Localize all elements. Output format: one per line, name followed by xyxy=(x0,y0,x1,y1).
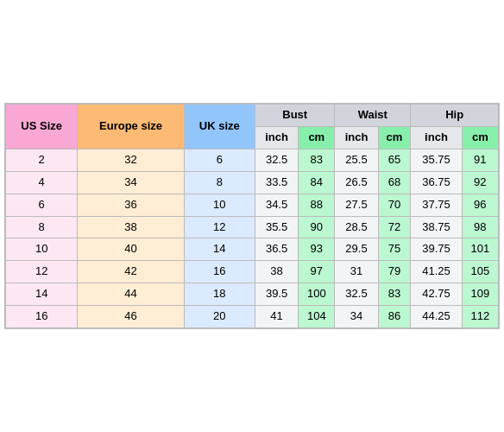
table-cell: 83 xyxy=(299,149,335,171)
table-cell: 6 xyxy=(184,149,255,171)
hip-cm-header: cm xyxy=(462,126,498,149)
table-cell: 2 xyxy=(6,149,78,171)
waist-cm-header: cm xyxy=(378,126,411,149)
table-cell: 40 xyxy=(78,238,184,261)
table-cell: 105 xyxy=(462,261,498,283)
table-cell: 29.5 xyxy=(335,238,378,261)
table-row: 14441839.510032.58342.75109 xyxy=(6,283,499,306)
table-cell: 8 xyxy=(6,216,78,238)
table-cell: 88 xyxy=(299,194,335,216)
table-cell: 4 xyxy=(6,171,78,194)
table-cell: 104 xyxy=(299,306,335,328)
table-cell: 36.75 xyxy=(411,171,462,194)
table-cell: 16 xyxy=(184,261,255,283)
table-body: 232632.58325.56535.7591434833.58426.5683… xyxy=(6,149,499,327)
table-cell: 27.5 xyxy=(335,194,378,216)
table-row: 16462041104348644.25112 xyxy=(6,306,499,328)
table-cell: 34 xyxy=(335,306,378,328)
table-cell: 46 xyxy=(78,306,184,328)
header-eu: Europe size xyxy=(78,105,184,149)
table-cell: 14 xyxy=(6,283,78,306)
header-us: US Size xyxy=(6,105,78,149)
table-cell: 26.5 xyxy=(335,171,378,194)
table-cell: 38.75 xyxy=(411,216,462,238)
table-cell: 36 xyxy=(78,194,184,216)
header-row-1: US Size Europe size UK size Bust Waist H… xyxy=(6,105,499,127)
table-cell: 36.5 xyxy=(255,238,298,261)
size-chart-wrapper: US Size Europe size UK size Bust Waist H… xyxy=(4,103,500,329)
table-cell: 10 xyxy=(6,238,78,261)
table-cell: 83 xyxy=(378,283,411,306)
table-cell: 35.5 xyxy=(255,216,298,238)
table-cell: 16 xyxy=(6,306,78,328)
table-cell: 10 xyxy=(184,194,255,216)
table-row: 232632.58325.56535.7591 xyxy=(6,149,499,171)
table-row: 10401436.59329.57539.75101 xyxy=(6,238,499,261)
table-cell: 12 xyxy=(184,216,255,238)
table-row: 6361034.58827.57037.7596 xyxy=(6,194,499,216)
table-cell: 70 xyxy=(378,194,411,216)
table-cell: 39.75 xyxy=(411,238,462,261)
table-cell: 38 xyxy=(255,261,298,283)
bust-cm-header: cm xyxy=(299,126,335,149)
table-cell: 18 xyxy=(184,283,255,306)
table-row: 434833.58426.56836.7592 xyxy=(6,171,499,194)
header-hip: Hip xyxy=(411,105,499,127)
table-cell: 39.5 xyxy=(255,283,298,306)
table-cell: 8 xyxy=(184,171,255,194)
table-cell: 98 xyxy=(462,216,498,238)
table-row: 1242163897317941.25105 xyxy=(6,261,499,283)
table-cell: 32 xyxy=(78,149,184,171)
table-cell: 20 xyxy=(184,306,255,328)
table-cell: 79 xyxy=(378,261,411,283)
table-cell: 92 xyxy=(462,171,498,194)
table-cell: 37.75 xyxy=(411,194,462,216)
table-cell: 41.25 xyxy=(411,261,462,283)
table-cell: 100 xyxy=(299,283,335,306)
table-cell: 44.25 xyxy=(411,306,462,328)
table-cell: 35.75 xyxy=(411,149,462,171)
table-cell: 96 xyxy=(462,194,498,216)
table-cell: 91 xyxy=(462,149,498,171)
size-chart-table: US Size Europe size UK size Bust Waist H… xyxy=(5,104,499,328)
table-cell: 14 xyxy=(184,238,255,261)
table-cell: 38 xyxy=(78,216,184,238)
table-cell: 42 xyxy=(78,261,184,283)
table-cell: 112 xyxy=(462,306,498,328)
table-cell: 34 xyxy=(78,171,184,194)
table-cell: 12 xyxy=(6,261,78,283)
table-cell: 6 xyxy=(6,194,78,216)
table-cell: 32.5 xyxy=(335,283,378,306)
table-cell: 97 xyxy=(299,261,335,283)
table-cell: 28.5 xyxy=(335,216,378,238)
table-cell: 93 xyxy=(299,238,335,261)
table-cell: 84 xyxy=(299,171,335,194)
table-cell: 86 xyxy=(378,306,411,328)
table-cell: 33.5 xyxy=(255,171,298,194)
header-waist: Waist xyxy=(335,105,411,127)
table-cell: 32.5 xyxy=(255,149,298,171)
table-cell: 42.75 xyxy=(411,283,462,306)
table-cell: 65 xyxy=(378,149,411,171)
table-cell: 90 xyxy=(299,216,335,238)
hip-inch-header: inch xyxy=(411,126,462,149)
table-cell: 25.5 xyxy=(335,149,378,171)
table-row: 8381235.59028.57238.7598 xyxy=(6,216,499,238)
table-cell: 41 xyxy=(255,306,298,328)
table-cell: 101 xyxy=(462,238,498,261)
table-cell: 31 xyxy=(335,261,378,283)
bust-inch-header: inch xyxy=(255,126,298,149)
table-cell: 68 xyxy=(378,171,411,194)
table-cell: 109 xyxy=(462,283,498,306)
table-cell: 34.5 xyxy=(255,194,298,216)
table-cell: 75 xyxy=(378,238,411,261)
table-cell: 44 xyxy=(78,283,184,306)
waist-inch-header: inch xyxy=(335,126,378,149)
header-bust: Bust xyxy=(255,105,334,127)
table-cell: 72 xyxy=(378,216,411,238)
header-uk: UK size xyxy=(184,105,255,149)
